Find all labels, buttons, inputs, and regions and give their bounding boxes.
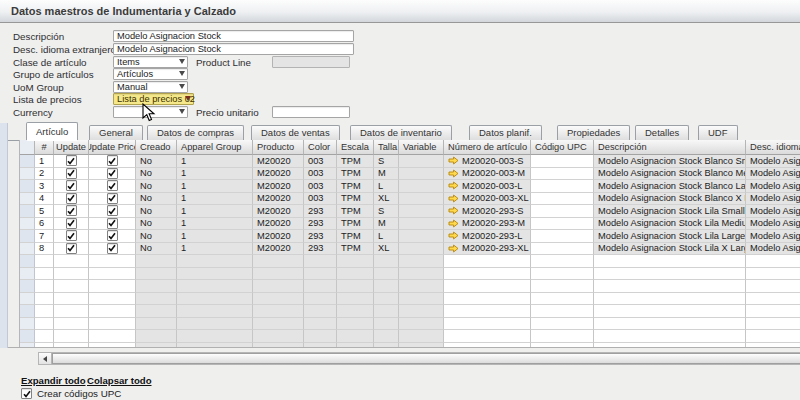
cell-codigo_upc[interactable] (531, 318, 594, 331)
row-selector[interactable] (20, 318, 35, 331)
cell-codigo_upc[interactable] (531, 255, 594, 268)
row-selector[interactable] (20, 255, 35, 268)
tab-datos-planif-[interactable]: Datos planif. (469, 125, 542, 140)
cell-numero[interactable] (444, 330, 531, 343)
row-selector[interactable] (20, 268, 35, 281)
cell-numero[interactable]: M20020-003-M (444, 168, 531, 181)
row-selector[interactable] (20, 168, 35, 181)
row-selector[interactable] (20, 155, 35, 168)
column-header-variable[interactable]: Variable (399, 140, 444, 155)
select-all-corner[interactable] (20, 140, 35, 155)
cell-update_price[interactable] (89, 318, 136, 331)
cell-codigo_upc[interactable] (531, 193, 594, 206)
expand-all-link[interactable]: Expandir todo (21, 375, 86, 386)
item-code-link[interactable]: M20020-293-S (462, 205, 524, 217)
update_price-checkbox[interactable] (107, 168, 118, 179)
cell-update[interactable] (54, 305, 89, 318)
cell-update[interactable] (54, 255, 89, 268)
row-selector[interactable] (20, 293, 35, 306)
column-header-n[interactable]: # (35, 140, 54, 155)
row-selector[interactable] (20, 280, 35, 293)
cell-update[interactable] (54, 318, 89, 331)
row-selector[interactable] (20, 243, 35, 256)
column-header-desc_idioma[interactable]: Desc. idioma extranjero (746, 140, 800, 155)
uom-group-dropdown[interactable]: Manual (113, 81, 188, 93)
column-header-update[interactable]: Update (54, 140, 89, 155)
tab-udf[interactable]: UDF (698, 125, 738, 140)
tab-general[interactable]: General (89, 125, 143, 140)
update-checkbox[interactable] (66, 193, 77, 204)
cell-numero[interactable]: M20020-293-XL (444, 243, 531, 256)
item-code-link[interactable]: M20020-003-M (462, 168, 525, 180)
collapse-all-link[interactable]: Colapsar todo (87, 375, 152, 386)
cell-update_price[interactable] (89, 280, 136, 293)
cell-codigo_upc[interactable] (531, 268, 594, 281)
update_price-checkbox[interactable] (107, 243, 118, 254)
cell-update[interactable] (54, 205, 89, 218)
column-header-talla[interactable]: Talla (374, 140, 399, 155)
update_price-checkbox[interactable] (107, 218, 118, 229)
item-code-link[interactable]: M20020-293-M (462, 218, 525, 230)
update-checkbox[interactable] (66, 243, 77, 254)
row-selector[interactable] (20, 230, 35, 243)
cell-codigo_upc[interactable] (531, 293, 594, 306)
cell-update_price[interactable] (89, 155, 136, 168)
cell-update[interactable] (54, 230, 89, 243)
tab-art-culo[interactable]: Artículo (26, 122, 78, 140)
cell-numero[interactable] (444, 305, 531, 318)
cell-update_price[interactable] (89, 218, 136, 231)
column-header-update_price[interactable]: Update Price (89, 140, 136, 155)
descripcion-input[interactable] (113, 30, 354, 42)
cell-update_price[interactable] (89, 305, 136, 318)
cell-update_price[interactable] (89, 230, 136, 243)
row-selector[interactable] (20, 193, 35, 206)
update-checkbox[interactable] (66, 230, 77, 241)
cell-codigo_upc[interactable] (531, 155, 594, 168)
cell-codigo_upc[interactable] (531, 305, 594, 318)
cell-numero[interactable]: M20020-293-L (444, 230, 531, 243)
cell-codigo_upc[interactable] (531, 180, 594, 193)
currency-dropdown[interactable] (113, 106, 188, 118)
cell-update[interactable] (54, 268, 89, 281)
cell-codigo_upc[interactable] (531, 243, 594, 256)
horizontal-scrollbar[interactable] (38, 352, 800, 365)
cell-numero[interactable]: M20020-003-S (444, 155, 531, 168)
cell-codigo_upc[interactable] (531, 218, 594, 231)
column-header-codigo_upc[interactable]: Código UPC (531, 140, 594, 155)
desc-idioma-input[interactable] (113, 43, 354, 55)
update_price-checkbox[interactable] (107, 155, 118, 166)
cell-update_price[interactable] (89, 168, 136, 181)
cell-update[interactable] (54, 218, 89, 231)
cell-update[interactable] (54, 168, 89, 181)
update_price-checkbox[interactable] (107, 230, 118, 241)
cell-numero[interactable] (444, 255, 531, 268)
item-code-link[interactable]: M20020-293-L (462, 230, 522, 242)
cell-update_price[interactable] (89, 255, 136, 268)
grupo-articulos-dropdown[interactable]: Artículos (113, 68, 188, 80)
tab-detalles[interactable]: Detalles (635, 125, 689, 140)
cell-numero[interactable]: M20020-003-L (444, 180, 531, 193)
update-checkbox[interactable] (66, 155, 77, 166)
clase-articulo-dropdown[interactable]: Items (113, 56, 188, 68)
column-header-numero[interactable]: Número de artículo (444, 140, 531, 155)
item-code-link[interactable]: M20020-293-XL (462, 243, 529, 255)
update-checkbox[interactable] (66, 168, 77, 179)
cell-update_price[interactable] (89, 268, 136, 281)
item-code-link[interactable]: M20020-003-S (462, 155, 524, 167)
item-code-link[interactable]: M20020-003-XL (462, 193, 529, 205)
cell-codigo_upc[interactable] (531, 330, 594, 343)
cell-numero[interactable] (444, 293, 531, 306)
cell-update[interactable] (54, 280, 89, 293)
cell-update[interactable] (54, 193, 89, 206)
cell-numero[interactable]: M20020-003-XL (444, 193, 531, 206)
cell-update_price[interactable] (89, 330, 136, 343)
lista-precios-dropdown[interactable]: Lista de precios 02 (113, 93, 194, 105)
update-checkbox[interactable] (66, 180, 77, 191)
cell-codigo_upc[interactable] (531, 205, 594, 218)
row-selector[interactable] (20, 330, 35, 343)
scroll-left-button[interactable] (39, 353, 52, 364)
column-header-producto[interactable]: Producto (253, 140, 304, 155)
item-code-link[interactable]: M20020-003-L (462, 180, 522, 192)
cell-update_price[interactable] (89, 205, 136, 218)
cell-numero[interactable] (444, 318, 531, 331)
